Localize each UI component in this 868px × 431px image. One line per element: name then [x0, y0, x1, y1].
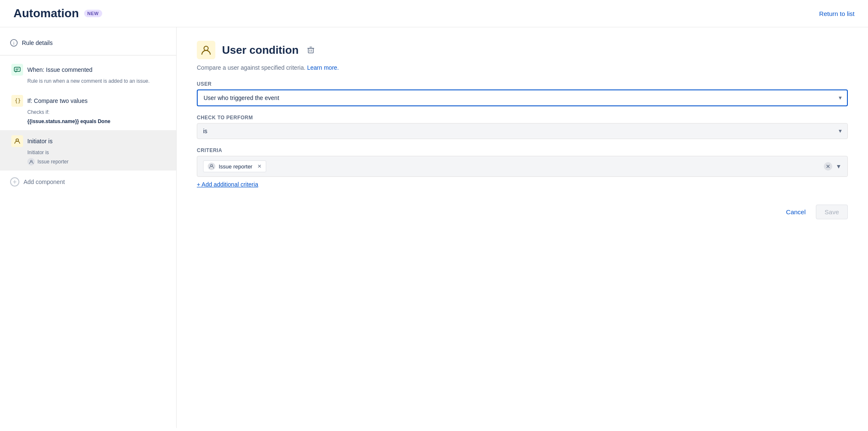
code-icon-box: {} [11, 95, 23, 107]
reporter-user-icon [29, 160, 34, 164]
content-title: User condition [222, 44, 299, 57]
sidebar-item-if-compare[interactable]: {} If: Compare two values Checks if: {{i… [0, 90, 176, 130]
content-icon-box [197, 41, 215, 59]
svg-text:i: i [13, 41, 15, 45]
sidebar-item-desc-initiator-prefix: Initiator is [11, 149, 166, 156]
rule-details-label: Rule details [22, 39, 53, 46]
svg-rect-11 [308, 48, 313, 53]
main-layout: i Rule details When: Issue commented Rul… [0, 27, 868, 428]
criteria-tag-close-button[interactable]: ✕ [257, 163, 262, 169]
criteria-actions: ▼ [824, 162, 842, 171]
comment-icon [14, 66, 21, 73]
check-select[interactable]: is [197, 123, 848, 139]
sidebar-item-title-when: When: Issue commented [27, 66, 93, 73]
content-user-icon [201, 45, 212, 55]
sidebar-item-desc-if-bold: {{issue.status.name}} equals Done [11, 118, 166, 125]
user-select-wrapper: User who triggered the event ▼ [197, 89, 848, 106]
sidebar-divider [0, 55, 176, 55]
criteria-box: Issue reporter ✕ ▼ [197, 156, 848, 177]
criteria-dropdown-chevron[interactable]: ▼ [836, 163, 842, 170]
user-icon [14, 138, 21, 145]
check-select-wrapper: is ▼ [197, 123, 848, 139]
sidebar-item-title-if: If: Compare two values [27, 97, 87, 104]
sidebar-item-header: When: Issue commented [11, 64, 166, 76]
sidebar-item-desc-if-prefix: Checks if: [11, 108, 166, 116]
sidebar-item-header-if: {} If: Compare two values [11, 95, 166, 107]
sidebar-rule-details[interactable]: i Rule details [0, 34, 176, 52]
sidebar-item-sub-initiator: Issue reporter [11, 158, 166, 166]
trash-icon-svg [307, 46, 315, 54]
svg-point-7 [30, 160, 32, 162]
sidebar-item-desc-when: Rule is run when a new comment is added … [11, 77, 166, 85]
sidebar-item-title-initiator: Initiator is [27, 138, 53, 145]
app-header: Automation NEW Return to list [0, 0, 868, 27]
return-to-list-link[interactable]: Return to list [819, 10, 855, 17]
criteria-tag-user-icon [208, 163, 215, 170]
user-icon-box [11, 135, 23, 147]
info-icon: i [10, 39, 18, 47]
content-area: User condition Compare a user against sp… [177, 27, 868, 428]
criteria-field-group: Criteria Issue reporter ✕ [197, 147, 848, 188]
app-title: Automation [13, 7, 79, 20]
sidebar-item-initiator-is[interactable]: Initiator is Initiator is Issue reporter [0, 130, 176, 171]
add-component[interactable]: Add component [0, 171, 176, 193]
learn-more-link[interactable]: Learn more. [307, 64, 339, 71]
new-badge: NEW [84, 10, 102, 17]
save-button[interactable]: Save [816, 205, 848, 219]
content-header: User condition [197, 41, 848, 59]
comment-icon-box [11, 64, 23, 76]
check-field-group: Check to perform is ▼ [197, 115, 848, 139]
tag-user-icon [209, 164, 214, 169]
reporter-icon-small [27, 158, 35, 166]
user-select[interactable]: User who triggered the event [197, 89, 848, 106]
title-group: Automation NEW [13, 7, 102, 20]
sidebar-sub-text: Issue reporter [37, 159, 69, 165]
sidebar: i Rule details When: Issue commented Rul… [0, 27, 177, 428]
sidebar-item-when-issue-commented[interactable]: When: Issue commented Rule is run when a… [0, 59, 176, 90]
content-description: Compare a user against specified criteri… [197, 64, 848, 71]
sidebar-item-header-initiator: Initiator is [11, 135, 166, 147]
user-field-group: User User who triggered the event ▼ [197, 81, 848, 106]
add-criteria-link[interactable]: + Add additional criteria [197, 181, 258, 188]
svg-text:{}: {} [15, 98, 21, 104]
form-actions: Cancel Save [197, 205, 848, 219]
criteria-field-label: Criteria [197, 147, 848, 153]
user-field-label: User [197, 81, 848, 87]
criteria-clear-button[interactable] [824, 162, 832, 171]
svg-rect-2 [14, 67, 20, 71]
add-component-label: Add component [24, 179, 65, 185]
add-component-circle-icon [10, 177, 19, 187]
delete-icon[interactable] [307, 46, 315, 54]
svg-point-10 [204, 46, 208, 50]
code-icon: {} [14, 97, 21, 104]
cancel-button[interactable]: Cancel [781, 205, 811, 219]
criteria-tag: Issue reporter ✕ [203, 160, 266, 172]
plus-icon [13, 180, 17, 184]
check-field-label: Check to perform [197, 115, 848, 121]
criteria-tag-label: Issue reporter [219, 163, 252, 170]
clear-icon [826, 164, 830, 168]
